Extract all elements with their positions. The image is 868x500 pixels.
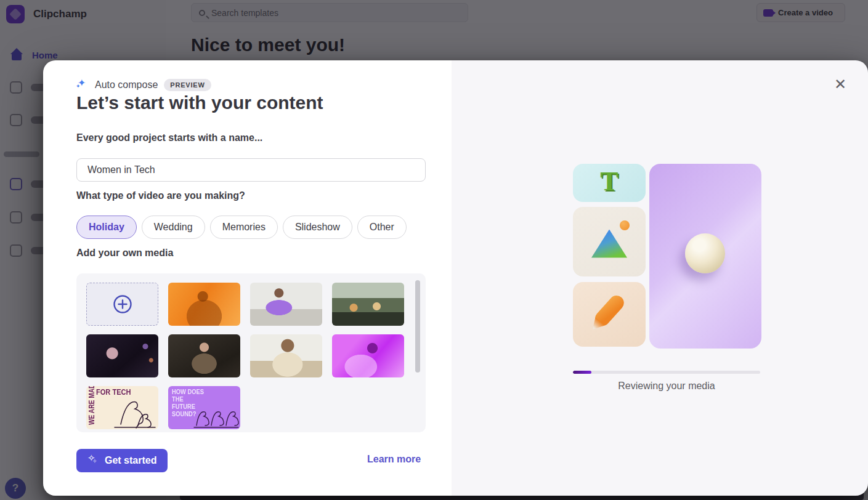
kangaroo-doodle <box>112 393 158 429</box>
type-chip-wedding[interactable]: Wedding <box>142 216 205 239</box>
media-thumb-mad-for-tech-poster[interactable]: WE ARE MAD FOR TECH <box>86 386 158 429</box>
add-media-button[interactable] <box>86 283 158 326</box>
auto-compose-illustration: T <box>573 164 761 349</box>
text-card: T <box>573 164 646 202</box>
media-thumb-bright-desk[interactable] <box>250 334 322 377</box>
plus-circle-icon <box>112 293 134 315</box>
letter-t-icon: T <box>600 168 618 195</box>
progress-fill <box>573 371 591 374</box>
video-type-options: Holiday Wedding Memories Slideshow Other <box>76 216 407 239</box>
feature-header: Auto compose PREVIEW <box>76 79 211 91</box>
dialog-preview-pane: ✕ T Reviewing your media <box>452 60 868 496</box>
pencil-icon <box>575 280 644 349</box>
media-thumb-whiteboard[interactable] <box>250 283 322 326</box>
media-grid: WE ARE MAD FOR TECH HOW DOES THE FUTURE … <box>86 283 404 429</box>
video-type-label: What type of video are you making? <box>76 190 245 201</box>
media-thumb-future-sound-poster[interactable]: HOW DOES THE FUTURE SOUND? <box>168 386 240 429</box>
learn-more-link[interactable]: Learn more <box>367 454 421 465</box>
pencil-card <box>573 282 646 347</box>
progress-caption: Reviewing your media <box>573 381 760 392</box>
media-thumb-night-monitor[interactable] <box>86 334 158 377</box>
dialog-form-pane: Auto compose PREVIEW Let’s start with yo… <box>43 60 452 496</box>
media-thumb-office-team[interactable] <box>332 283 404 326</box>
close-icon[interactable]: ✕ <box>830 74 851 95</box>
add-media-label: Add your own media <box>76 248 173 259</box>
project-name-label: Every good project starts with a name... <box>76 132 262 143</box>
sphere-3d <box>685 233 725 273</box>
type-chip-slideshow[interactable]: Slideshow <box>283 216 352 239</box>
feature-name: Auto compose <box>95 79 158 91</box>
type-chip-memories[interactable]: Memories <box>210 216 278 239</box>
sparkle-outline-icon <box>87 455 99 466</box>
canvas-card <box>649 164 761 349</box>
poster-vertical-text: WE ARE MAD <box>87 390 96 425</box>
auto-compose-dialog: Auto compose PREVIEW Let’s start with yo… <box>43 60 868 496</box>
media-panel: WE ARE MAD FOR TECH HOW DOES THE FUTURE … <box>76 273 426 432</box>
kangaroo-doodle <box>193 402 240 429</box>
get-started-button[interactable]: Get started <box>76 449 168 472</box>
project-name-input[interactable] <box>76 158 426 182</box>
media-thumb-magenta-worker[interactable] <box>332 334 404 377</box>
image-card <box>573 207 646 276</box>
type-chip-holiday[interactable]: Holiday <box>76 216 137 239</box>
sparkle-icon <box>76 79 89 91</box>
media-thumb-plaid-desk[interactable] <box>168 334 240 377</box>
preview-badge: PREVIEW <box>164 79 211 91</box>
progress-bar <box>573 371 760 374</box>
media-thumb-orange-presenter[interactable] <box>168 283 240 326</box>
dialog-title: Let’s start with your content <box>76 92 323 113</box>
mountain-icon <box>591 230 627 258</box>
media-scrollbar[interactable] <box>415 280 420 373</box>
type-chip-other[interactable]: Other <box>357 216 407 239</box>
sun-dot-icon <box>620 220 630 230</box>
